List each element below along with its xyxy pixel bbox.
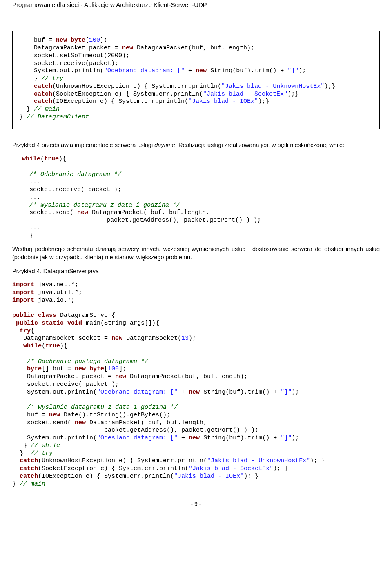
page-number: - 9 - (12, 500, 380, 508)
code-line: /* Odebranie datagramu */ (22, 171, 121, 178)
code-snippet-while: while(true){ /* Odebranie datagramu */ .… (12, 153, 380, 242)
paragraph-1: Przykład 4 przedstawia implementację ser… (12, 141, 380, 149)
code-line: ... (22, 225, 40, 232)
code-line: while(true){ (12, 343, 67, 350)
code-line: } (22, 232, 33, 239)
code-line: catch(IOException e) { System.err.printl… (19, 98, 269, 105)
code-line: while(true){ (22, 156, 66, 163)
paragraph-2: Według podobnego schematu działają serwe… (12, 245, 380, 261)
code-line: socket.receive(packet); (19, 60, 118, 67)
code-line: byte[] buf = new byte[100]; (12, 365, 126, 372)
code-line: } // DatagramClient (19, 114, 89, 120)
code-line: socket.send( new DatagramPacket( buf, bu… (22, 209, 209, 216)
code-line: System.out.println("Odebrano datagram: [… (19, 67, 306, 74)
code-line: catch(IOException e) { System.err.printl… (12, 473, 258, 480)
code-line: /* Wyslanie datagramu z data i godzina *… (22, 202, 180, 209)
code-line: buf = new Date().toString().getBytes(); (12, 412, 170, 419)
code-line: ... (22, 194, 40, 201)
code-line: catch(SocketException e) { System.err.pr… (12, 465, 288, 472)
code-line: socket.receive( packet ); (22, 186, 121, 193)
code-line: public class DatagramServer{ (12, 312, 115, 319)
code-line: DatagramPacket packet = new DatagramPack… (12, 373, 247, 380)
code-block-server: import java.net.*; import java.util.*; i… (12, 281, 380, 488)
code-line: import java.util.*; (12, 289, 82, 296)
code-line: } // while (12, 442, 60, 449)
code-line: ... (22, 178, 40, 185)
code-line: } // main (12, 481, 45, 488)
code-line: catch(UnknownHostException e) { System.e… (12, 457, 325, 464)
code-line: /* Wyslanie datagramu z data i godzina *… (12, 404, 178, 411)
code-line: socket.setSoTimeout(2000); (19, 52, 129, 59)
example-heading-4: Przykład 4. DatagramServer.java (12, 267, 380, 276)
code-line: System.out.println("Odebrano datagram: [… (12, 389, 299, 396)
code-line: } // try (12, 450, 53, 457)
code-line: public static void main(String args[]){ (12, 320, 159, 327)
code-line: socket.send( new DatagramPacket( buf, bu… (12, 419, 207, 426)
code-line: DatagramPacket packet = new DatagramPack… (19, 45, 254, 51)
code-line: System.out.println("Odeslano datagram: [… (12, 434, 299, 441)
code-line: packet.getAddress(), packet.getPort() ) … (22, 217, 261, 224)
code-block-client: buf = new byte[100]; DatagramPacket pack… (12, 31, 380, 129)
code-line: catch(UnknownHostException e) { System.e… (19, 83, 335, 90)
code-line: /* Odebranie pustego datagramu */ (12, 358, 148, 365)
code-line: try{ (12, 327, 34, 334)
code-line: } // try (19, 75, 63, 82)
code-line: packet.getAddress(), packet.getPort() ) … (12, 427, 258, 434)
code-line: catch(SocketException e) { System.err.pr… (19, 91, 298, 98)
page-header: Programowanie dla sieci - Aplikacje w Ar… (12, 0, 380, 10)
code-line: import java.io.*; (12, 297, 75, 304)
code-line: buf = new byte[100]; (19, 37, 107, 44)
code-line: } // main (19, 106, 60, 113)
code-line: socket.receive( packet ); (12, 381, 119, 388)
code-line: import java.net.*; (12, 281, 78, 288)
code-line: DatagramSocket socket = new DatagramSock… (12, 335, 196, 342)
